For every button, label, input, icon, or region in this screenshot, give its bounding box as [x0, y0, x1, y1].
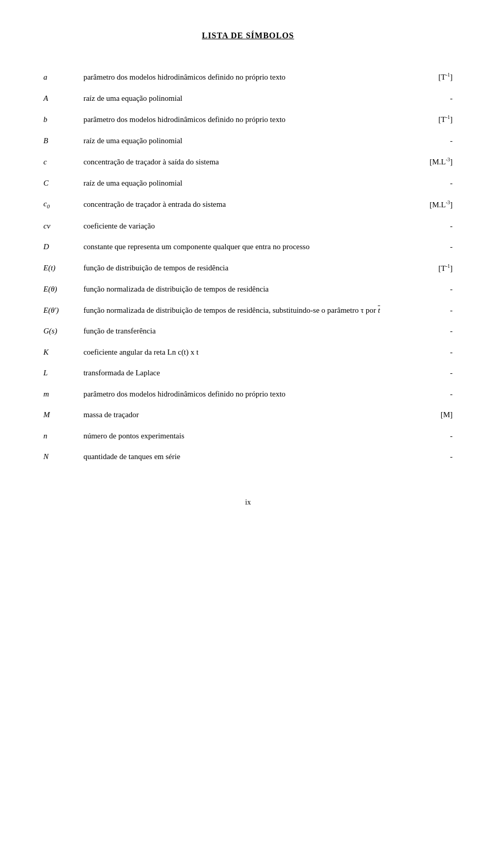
page-title: LISTA DE SÍMBOLOS: [41, 31, 455, 40]
symbol-cell: L: [41, 362, 81, 384]
description-cell: número de pontos experimentais: [81, 425, 401, 447]
unit-cell: [T-1]: [401, 66, 455, 88]
unit-cell: -: [401, 321, 455, 342]
description-cell: concentração de traçador à entrada do si…: [81, 193, 401, 216]
unit-cell: -: [401, 300, 455, 321]
unit-cell: -: [401, 216, 455, 237]
description-cell: constante que representa um componente q…: [81, 236, 401, 257]
unit-cell: -: [401, 342, 455, 363]
table-row: N quantidade de tanques em série -: [41, 446, 455, 467]
page-number: ix: [245, 498, 251, 506]
page-footer: ix: [41, 498, 455, 507]
description-cell: coeficiente angular da reta Ln c(t) x t: [81, 342, 401, 363]
table-row: M massa de traçador [M]: [41, 404, 455, 425]
symbol-cell: N: [41, 446, 81, 467]
description-cell: função de transferência: [81, 321, 401, 342]
table-row: E(t) função de distribuição de tempos de…: [41, 257, 455, 279]
description-cell: concentração de traçador à saída do sist…: [81, 151, 401, 173]
table-row: G(s) função de transferência -: [41, 321, 455, 342]
symbol-cell: n: [41, 425, 81, 447]
table-row: K coeficiente angular da reta Ln c(t) x …: [41, 342, 455, 363]
description-cell: função de distribuição de tempos de resi…: [81, 257, 401, 279]
unit-cell: -: [401, 173, 455, 194]
table-row: n número de pontos experimentais -: [41, 425, 455, 447]
description-cell: coeficiente de variação: [81, 216, 401, 237]
unit-cell: [M.L-3]: [401, 151, 455, 173]
symbol-cell: m: [41, 384, 81, 405]
table-row: L transformada de Laplace -: [41, 362, 455, 384]
symbol-cell: cv: [41, 216, 81, 237]
unit-cell: -: [401, 88, 455, 109]
symbol-cell: A: [41, 88, 81, 109]
table-row: E(θ') função normalizada de distribuição…: [41, 300, 455, 321]
description-cell: função normalizada de distribuição de te…: [81, 279, 401, 300]
description-cell: quantidade de tanques em série: [81, 446, 401, 467]
table-row: a parâmetro dos modelos hidrodinâmicos d…: [41, 66, 455, 88]
unit-cell: [M]: [401, 404, 455, 425]
unit-cell: [M.L-3]: [401, 193, 455, 216]
unit-cell: -: [401, 362, 455, 384]
description-cell: raíz de uma equação polinomial: [81, 88, 401, 109]
table-row: B raíz de uma equação polinomial -: [41, 130, 455, 151]
table-row: c concentração de traçador à saída do si…: [41, 151, 455, 173]
unit-cell: [T-1]: [401, 109, 455, 130]
symbol-cell: K: [41, 342, 81, 363]
symbol-cell: c: [41, 151, 81, 173]
description-cell: parâmetro dos modelos hidrodinâmicos def…: [81, 384, 401, 405]
symbol-cell: C: [41, 173, 81, 194]
symbol-cell: E(θ'): [41, 300, 81, 321]
symbol-cell: E(t): [41, 257, 81, 279]
symbol-cell: G(s): [41, 321, 81, 342]
symbol-cell: b: [41, 109, 81, 130]
unit-cell: -: [401, 425, 455, 447]
table-row: cv coeficiente de variação -: [41, 216, 455, 237]
table-row: c0 concentração de traçador à entrada do…: [41, 193, 455, 216]
unit-cell: -: [401, 130, 455, 151]
symbol-cell: E(θ): [41, 279, 81, 300]
symbol-cell: M: [41, 404, 81, 425]
description-cell: raíz de uma equação polinomial: [81, 130, 401, 151]
symbol-cell: a: [41, 66, 81, 88]
symbol-cell: D: [41, 236, 81, 257]
description-cell: parâmetro dos modelos hidrodinâmicos def…: [81, 66, 401, 88]
table-row: C raíz de uma equação polinomial -: [41, 173, 455, 194]
table-row: D constante que representa um componente…: [41, 236, 455, 257]
description-cell: parâmetro dos modelos hidrodinâmicos def…: [81, 109, 401, 130]
unit-cell: -: [401, 446, 455, 467]
unit-cell: -: [401, 279, 455, 300]
table-row: b parâmetro dos modelos hidrodinâmicos d…: [41, 109, 455, 130]
symbol-cell: c0: [41, 193, 81, 216]
symbols-table: a parâmetro dos modelos hidrodinâmicos d…: [41, 66, 455, 467]
description-cell: transformada de Laplace: [81, 362, 401, 384]
unit-cell: -: [401, 236, 455, 257]
table-row: m parâmetro dos modelos hidrodinâmicos d…: [41, 384, 455, 405]
table-row: E(θ) função normalizada de distribuição …: [41, 279, 455, 300]
table-row: A raíz de uma equação polinomial -: [41, 88, 455, 109]
description-cell: função normalizada de distribuição de te…: [81, 300, 401, 321]
unit-cell: [T-1]: [401, 257, 455, 279]
symbol-cell: B: [41, 130, 81, 151]
description-cell: raíz de uma equação polinomial: [81, 173, 401, 194]
description-cell: massa de traçador: [81, 404, 401, 425]
unit-cell: -: [401, 384, 455, 405]
